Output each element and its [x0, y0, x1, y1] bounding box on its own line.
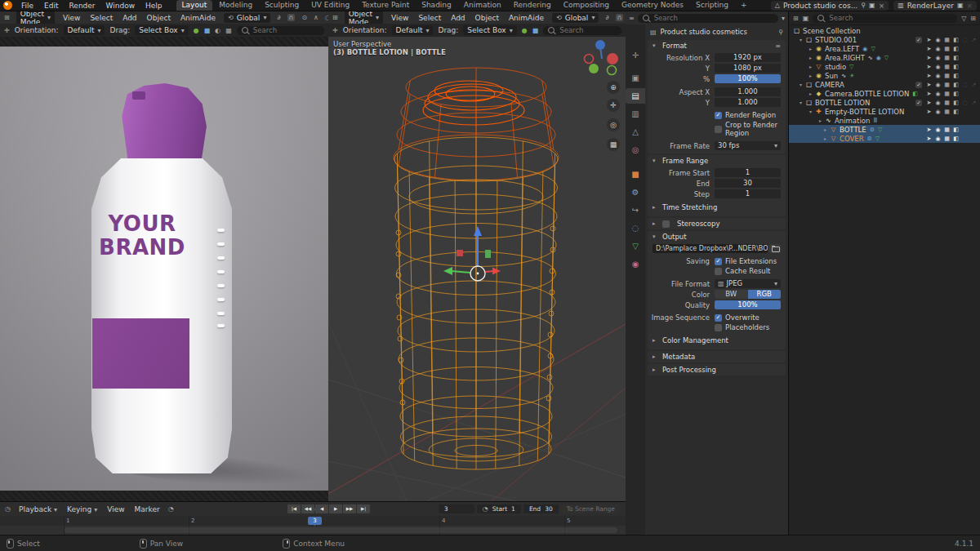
falloff-icon[interactable]: ∧ [314, 14, 318, 21]
holdout-icon[interactable]: ◌ [960, 37, 969, 43]
outliner-row-studio001[interactable]: ▾ □ STUDIO.001 ✓➤◉▦◧◌↗ [789, 35, 980, 44]
file-extensions-checkbox[interactable]: ✓ [715, 258, 722, 265]
tab-scripting[interactable]: Scripting [690, 0, 734, 11]
play-reverse-button[interactable]: ◀ [315, 504, 328, 513]
scene-name[interactable]: Product studio cos... [783, 2, 858, 10]
menu-select[interactable]: Select [88, 14, 114, 22]
quality-slider[interactable]: 100% [715, 300, 781, 309]
render-disable-icon[interactable]: ◧ [951, 37, 960, 43]
menu-file[interactable]: File [20, 2, 35, 10]
viewport-search[interactable] [237, 26, 324, 35]
color-wheel-icon[interactable]: ● [522, 27, 528, 34]
remove-view-layer-icon[interactable]: × [966, 2, 973, 10]
selectable-icon[interactable]: ➤ [924, 37, 933, 43]
perspective-toggle-button[interactable]: ▦ [607, 138, 620, 151]
viewport-search[interactable] [543, 26, 621, 35]
gizmo-toggle-icon[interactable]: ■ [532, 27, 539, 34]
outliner-row-studio[interactable]: ▸ ▽ studio ▽ ➤◉▦◧ [789, 62, 980, 71]
overlays-icon[interactable]: ◐ [215, 27, 220, 34]
tab-animation[interactable]: Animation [458, 0, 507, 11]
collection-checkbox[interactable]: ✓ [915, 37, 922, 43]
tab-rendering[interactable]: Rendering [508, 0, 557, 11]
panel-frame-range-header[interactable]: ▾Frame Range [648, 155, 786, 167]
new-collection-icon[interactable]: ⊞ [970, 15, 976, 22]
outliner-row-sun[interactable]: ▸ ◉ Sun ∿ ☀ ➤◉▦◧ [789, 71, 980, 80]
search-input[interactable] [252, 25, 319, 35]
tab-sculpting[interactable]: Sculpting [259, 0, 305, 11]
mode-dropdown[interactable]: Object Mode▾ [345, 11, 383, 24]
collection-checkbox[interactable]: ✓ [915, 100, 922, 106]
outliner-row-area-right[interactable]: ▸ ◉ Area.RIGHT ∿ ◉ ▽ ➤◉▦◧ [789, 53, 980, 62]
tab-world[interactable]: ◎ [626, 142, 645, 158]
color-rgb-button[interactable]: RGB [748, 290, 782, 299]
orientation-dropdown[interactable]: ⟲Global▾ [552, 13, 599, 23]
blender-logo-icon[interactable] [3, 1, 12, 10]
tab-uv-editing[interactable]: UV Editing [305, 0, 355, 11]
viewport-mid-canvas[interactable]: User Perspective (3) BOTTLE LOTION | BOT… [328, 37, 626, 501]
panel-time-stretching-header[interactable]: ▸Time Stretching [648, 202, 786, 213]
menu-view[interactable]: View [61, 14, 82, 22]
view-layer-selector[interactable]: ▥ RenderLayer ▣ × [893, 1, 977, 11]
outliner-row-bottle[interactable]: ▸ ▽ BOTTLE ⚙ ▽ ➤◉▦◧ [789, 125, 980, 134]
stopwatch-icon[interactable]: ◔ [168, 505, 174, 513]
outliner-row-bottle-lotion-collection[interactable]: ▾ □ BOTTLE LOTION ✓➤◉▦◧◌↗ [789, 98, 980, 107]
tab-object[interactable]: ■ [626, 167, 645, 182]
color-wheel-icon[interactable]: ● [194, 27, 199, 34]
timeline-scrollbar[interactable] [65, 527, 617, 533]
tab-view-layer[interactable]: ▥ [626, 106, 645, 122]
bottle-render[interactable]: YOURBRAND [91, 83, 232, 473]
file-format-dropdown[interactable]: ▥JPEG▾ [715, 279, 781, 288]
to-scene-range-button[interactable]: To Scene Range [561, 504, 621, 513]
view-layer-name[interactable]: RenderLayer [907, 2, 954, 10]
camera-view-button[interactable]: ◎ [607, 118, 620, 131]
gizmo-toggle-icon[interactable]: ■ [204, 27, 211, 34]
menu-help[interactable]: Help [144, 2, 164, 10]
render-region-checkbox[interactable]: ✓ [715, 112, 722, 119]
menu-render[interactable]: Render [68, 2, 97, 10]
jump-to-end-button[interactable]: ▶| [357, 504, 370, 513]
properties-search-input[interactable] [653, 13, 773, 23]
new-view-layer-icon[interactable]: ▣ [957, 2, 964, 9]
outliner-row-camera-collection[interactable]: ▾ □ CAMERA ✓➤◉▦◧◌↗ [789, 80, 980, 89]
play-button[interactable]: ▶ [329, 504, 342, 513]
filter-dropdown-icon[interactable]: ▾ [782, 15, 785, 22]
tab-modifiers[interactable]: ⚙ [626, 184, 645, 200]
outliner-row-camera[interactable]: ▸ ◆ Camera.BOTTLE LOTION ◧ ➤◉▦◧ [789, 89, 980, 98]
proportional-edit-icon[interactable]: ⊙ [301, 14, 307, 21]
menu-add[interactable]: Add [121, 14, 138, 22]
overwrite-checkbox[interactable]: ✓ [715, 314, 722, 322]
orientation-dropdown[interactable]: ⟲Global▾ [224, 13, 270, 23]
zoom-view-button[interactable]: ⊕ [607, 81, 620, 94]
drag-dropdown[interactable]: Select Box▾ [463, 25, 516, 35]
tab-object-data[interactable]: ▽ [626, 238, 645, 254]
frame-start-field[interactable]: 1 [715, 168, 781, 177]
frame-step-field[interactable]: 1 [715, 189, 781, 198]
menu-animaide[interactable]: AnimAide [507, 14, 546, 22]
drag-dropdown[interactable]: Select Box▾ [135, 25, 188, 35]
frame-end-field[interactable]: 30 [715, 179, 781, 188]
tab-geometry-nodes[interactable]: Geometry Nodes [616, 0, 689, 11]
panel-output-header[interactable]: ▾Output [648, 231, 786, 242]
editor-type-icon[interactable]: ≡ [629, 15, 635, 22]
add-workspace-button[interactable]: + [735, 0, 753, 11]
current-frame-badge[interactable]: 3 [308, 517, 322, 525]
tab-compositing[interactable]: Compositing [558, 0, 615, 11]
menu-select[interactable]: Select [416, 14, 443, 22]
menu-playback[interactable]: Playback ▾ [17, 505, 59, 513]
placeholders-checkbox[interactable] [715, 324, 722, 331]
pin-icon[interactable]: ⚲ [778, 29, 783, 36]
scene-selector[interactable]: △ Product studio cos... ⚲ ▣ × [771, 1, 889, 11]
outliner-row-animation[interactable]: ▸ ∿ Animation ⠿ [789, 116, 980, 125]
frame-rate-dropdown[interactable]: 30 fps▾ [715, 141, 781, 150]
menu-add[interactable]: Add [449, 14, 466, 22]
cache-result-checkbox[interactable] [715, 268, 722, 275]
editor-type-icon[interactable]: ⊞ [793, 15, 799, 22]
frame-end-field[interactable]: End30 [523, 504, 559, 513]
tool-orientation-dropdown[interactable]: Default▾ [64, 25, 105, 35]
panel-color-management-header[interactable]: ▸Color Management [648, 335, 786, 346]
aspect-x-field[interactable]: 1.000 [715, 87, 781, 96]
editor-type-icon[interactable]: ◷ [5, 505, 11, 513]
pan-view-button[interactable]: ✛ [607, 99, 620, 112]
active-tool-icon[interactable]: ✛ [332, 27, 338, 34]
tab-modeling[interactable]: Modeling [213, 0, 258, 11]
